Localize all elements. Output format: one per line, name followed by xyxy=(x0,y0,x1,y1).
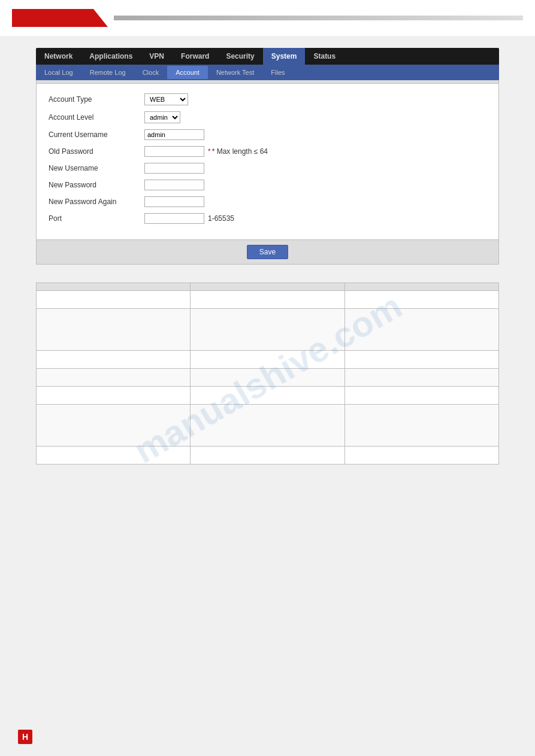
new-username-control xyxy=(144,163,204,174)
header-bar xyxy=(0,0,535,36)
col-header-3 xyxy=(344,283,498,291)
old-password-hint: ** Max length ≤ 64 xyxy=(208,147,268,156)
subtab-clock[interactable]: Clock xyxy=(134,66,168,79)
port-hint: 1-65535 xyxy=(208,214,234,223)
cell xyxy=(191,369,344,387)
main-nav: Network Applications VPN Forward Securit… xyxy=(36,48,499,65)
table-row xyxy=(37,405,499,447)
sub-nav: Local Log Remote Log Clock Account Netwo… xyxy=(36,65,499,80)
cell xyxy=(191,291,344,309)
old-password-row: Old Password ** Max length ≤ 64 xyxy=(49,146,486,157)
cell xyxy=(344,309,498,351)
new-password-again-label: New Password Again xyxy=(49,198,144,206)
port-label: Port xyxy=(49,214,144,223)
cell xyxy=(191,405,344,447)
new-password-again-input[interactable] xyxy=(144,196,204,207)
tab-applications[interactable]: Applications xyxy=(81,48,141,65)
old-password-input[interactable] xyxy=(144,146,204,157)
cell xyxy=(37,387,191,405)
new-password-again-row: New Password Again xyxy=(49,196,486,207)
subtab-networktest[interactable]: Network Test xyxy=(208,66,262,79)
cell xyxy=(37,405,191,447)
new-username-row: New Username xyxy=(49,163,486,174)
data-table xyxy=(36,283,499,464)
required-star: * xyxy=(208,147,211,156)
col-header-2 xyxy=(191,283,344,291)
new-username-input[interactable] xyxy=(144,163,204,174)
port-input[interactable] xyxy=(144,213,204,224)
old-password-label: Old Password xyxy=(49,147,144,156)
account-type-select[interactable]: WEB SSH TELNET xyxy=(144,93,188,105)
table-row xyxy=(37,369,499,387)
cell xyxy=(344,387,498,405)
tab-forward[interactable]: Forward xyxy=(173,48,217,65)
cell xyxy=(37,447,191,464)
account-level-control: admin user xyxy=(144,111,180,123)
table-row xyxy=(37,447,499,464)
cell xyxy=(344,447,498,464)
header-logo xyxy=(12,9,108,27)
subtab-remotelog[interactable]: Remote Log xyxy=(81,66,134,79)
current-username-row: Current Username xyxy=(49,129,486,140)
account-type-label: Account Type xyxy=(49,95,144,104)
cell xyxy=(191,447,344,464)
old-password-control: ** Max length ≤ 64 xyxy=(144,146,268,157)
current-username-control xyxy=(144,129,204,140)
current-username-label: Current Username xyxy=(49,130,144,139)
account-level-label: Account Level xyxy=(49,113,144,122)
port-control: 1-65535 xyxy=(144,213,234,224)
new-password-row: New Password xyxy=(49,180,486,190)
subtab-locallog[interactable]: Local Log xyxy=(36,66,81,79)
tab-vpn[interactable]: VPN xyxy=(141,48,173,65)
account-level-row: Account Level admin user xyxy=(49,111,486,123)
cell xyxy=(191,387,344,405)
cell xyxy=(191,309,344,351)
table-row xyxy=(37,387,499,405)
col-header-1 xyxy=(37,283,191,291)
current-username-input[interactable] xyxy=(144,129,204,140)
new-password-again-control xyxy=(144,196,204,207)
subtab-files[interactable]: Files xyxy=(262,66,293,79)
tab-system[interactable]: System xyxy=(263,48,306,65)
table-header-row xyxy=(37,283,499,291)
content-area: Account Type WEB SSH TELNET Account Leve… xyxy=(36,80,499,265)
account-level-select[interactable]: admin user xyxy=(144,111,180,123)
cell xyxy=(191,351,344,369)
cell xyxy=(37,369,191,387)
table-row xyxy=(37,309,499,351)
form-section: Account Type WEB SSH TELNET Account Leve… xyxy=(37,84,498,239)
cell xyxy=(37,291,191,309)
tab-security[interactable]: Security xyxy=(217,48,262,65)
header-line xyxy=(114,16,523,20)
subtab-account[interactable]: Account xyxy=(167,66,208,79)
main-container: Network Applications VPN Forward Securit… xyxy=(0,36,535,476)
account-type-control: WEB SSH TELNET xyxy=(144,93,188,105)
port-row: Port 1-65535 xyxy=(49,213,486,224)
cell xyxy=(37,309,191,351)
table-row xyxy=(37,291,499,309)
new-password-label: New Password xyxy=(49,181,144,189)
cell xyxy=(344,291,498,309)
new-password-control xyxy=(144,180,204,190)
cell xyxy=(344,369,498,387)
tab-network[interactable]: Network xyxy=(36,48,81,65)
save-button[interactable]: Save xyxy=(247,245,288,259)
new-password-input[interactable] xyxy=(144,180,204,190)
save-bar: Save xyxy=(37,239,498,264)
cell xyxy=(37,351,191,369)
table-section xyxy=(36,283,499,464)
account-type-row: Account Type WEB SSH TELNET xyxy=(49,93,486,105)
tab-status[interactable]: Status xyxy=(305,48,344,65)
new-username-label: New Username xyxy=(49,164,144,172)
cell xyxy=(344,351,498,369)
table-row xyxy=(37,351,499,369)
cell xyxy=(344,405,498,447)
